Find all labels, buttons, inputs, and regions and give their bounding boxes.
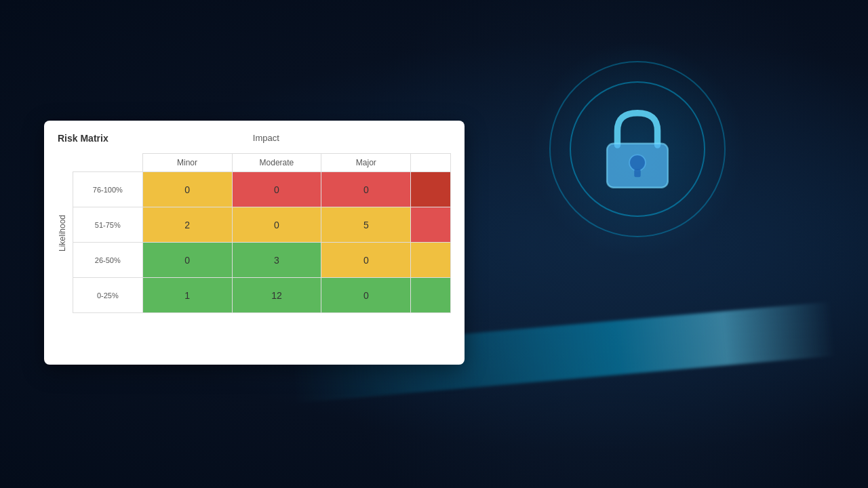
cell-r0-c1[interactable]: 0 xyxy=(232,172,321,207)
lock-icon xyxy=(597,105,678,193)
col-header-major: Major xyxy=(321,154,411,172)
cell-r2-c2[interactable]: 0 xyxy=(321,243,411,278)
cell-r1-c2[interactable]: 5 xyxy=(321,207,411,243)
cell-r3-c2[interactable]: 0 xyxy=(321,278,411,313)
cell-r1-c3[interactable] xyxy=(411,207,451,243)
card-header: Risk Matrix Impact xyxy=(58,133,451,144)
cell-r2-c3[interactable] xyxy=(411,243,451,278)
cell-r3-c1[interactable]: 12 xyxy=(232,278,321,313)
risk-matrix-card: Risk Matrix Impact Likelihood Minor Mode… xyxy=(44,121,465,365)
col-header-extra xyxy=(411,154,451,172)
lock-visual xyxy=(542,54,732,244)
likelihood-axis-label: Likelihood xyxy=(58,153,70,313)
impact-axis-label: Impact xyxy=(108,133,451,143)
cell-r1-c1[interactable]: 0 xyxy=(232,207,321,243)
cell-r0-c2[interactable]: 0 xyxy=(321,172,411,207)
row-label-3: 0-25% xyxy=(73,278,143,313)
col-header-moderate: Moderate xyxy=(232,154,321,172)
svg-rect-2 xyxy=(634,169,640,178)
cell-r0-c3[interactable] xyxy=(411,172,451,207)
col-header-minor: Minor xyxy=(142,154,232,172)
cell-r2-c1[interactable]: 3 xyxy=(232,243,321,278)
row-label-0: 76-100% xyxy=(73,172,143,207)
svg-point-1 xyxy=(629,155,646,171)
cell-r1-c0[interactable]: 2 xyxy=(142,207,232,243)
row-label-1: 51-75% xyxy=(73,207,143,243)
cell-r0-c0[interactable]: 0 xyxy=(142,172,232,207)
card-title: Risk Matrix xyxy=(58,133,108,144)
cell-r2-c0[interactable]: 0 xyxy=(142,243,232,278)
matrix-container: Likelihood Minor Moderate Major 76-100%0… xyxy=(58,153,451,313)
matrix-inner: Minor Moderate Major 76-100%00051-75%205… xyxy=(73,153,451,313)
risk-matrix-table: Minor Moderate Major 76-100%00051-75%205… xyxy=(73,153,451,313)
cell-r3-c3[interactable] xyxy=(411,278,451,313)
cell-r3-c0[interactable]: 1 xyxy=(142,278,232,313)
row-label-2: 26-50% xyxy=(73,243,143,278)
corner-cell xyxy=(73,154,143,172)
